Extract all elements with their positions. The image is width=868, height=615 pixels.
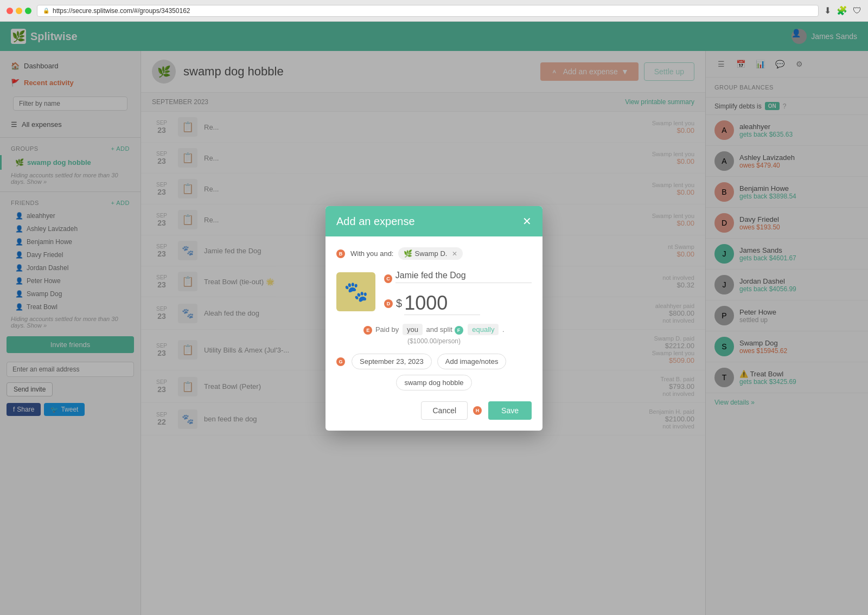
add-expense-modal: Add an expense ✕ B With you and: 🌿 Swamp… <box>326 206 542 431</box>
per-person-amount: ($1000.00/person) <box>336 337 532 345</box>
lock-icon: 🔒 <box>43 8 49 14</box>
expense-inputs: C D $ <box>384 268 532 315</box>
add-notes-button[interactable]: Add image/notes <box>437 354 507 369</box>
paid-split-row: E Paid by you and split F equally . ($10… <box>336 324 532 345</box>
expense-description-input[interactable] <box>395 268 532 283</box>
close-icon[interactable] <box>7 8 13 14</box>
url-bar[interactable]: 🔒 https://secure.splitwise.com/#/groups/… <box>37 5 819 17</box>
shield-icon[interactable]: 🛡 <box>853 6 861 16</box>
label-d-badge: D <box>384 299 393 308</box>
modal-title: Add an expense <box>336 215 415 228</box>
and-split-label: and split <box>426 325 452 334</box>
browser-bar: 🔒 https://secure.splitwise.com/#/groups/… <box>0 0 868 22</box>
group-tag-name: Swamp D. <box>415 249 448 258</box>
save-button[interactable]: Save <box>488 401 532 420</box>
with-you-row: B With you and: 🌿 Swamp D. ✕ <box>336 247 532 260</box>
group-tag: 🌿 Swamp D. ✕ <box>398 247 463 260</box>
group-tag-icon: 🌿 <box>404 249 412 258</box>
extensions-icon[interactable]: 🧩 <box>837 5 847 16</box>
label-g-badge: G <box>336 357 345 366</box>
cancel-button[interactable]: Cancel <box>421 401 468 420</box>
modal-overlay: Add an expense ✕ B With you and: 🌿 Swamp… <box>0 22 868 615</box>
currency-symbol: $ <box>396 297 402 310</box>
label-h-badge: H <box>473 406 482 415</box>
modal-footer-row: G September 23, 2023 Add image/notes <box>336 354 532 369</box>
modal-header: Add an expense ✕ <box>326 206 542 236</box>
split-equally-button[interactable]: equally <box>468 324 499 335</box>
expense-amount-input[interactable] <box>404 292 480 315</box>
browser-traffic-lights <box>7 8 31 14</box>
with-you-label: With you and: <box>350 249 394 258</box>
expense-emoji: 🐾 <box>344 280 368 303</box>
modal-actions: Cancel H Save <box>336 396 532 420</box>
url-text: https://secure.splitwise.com/#/groups/34… <box>53 7 190 15</box>
label-e-badge: E <box>363 326 372 335</box>
expense-amount-row: D $ <box>384 292 532 315</box>
paid-by-label: Paid by <box>375 325 399 334</box>
modal-body: B With you and: 🌿 Swamp D. ✕ 🐾 C <box>326 236 542 431</box>
maximize-icon[interactable] <box>25 8 31 14</box>
browser-controls: ⬇ 🧩 🛡 <box>824 5 861 16</box>
group-select-button[interactable]: swamp dog hobble <box>396 375 471 390</box>
label-f-badge: F <box>455 326 463 335</box>
modal-close-button[interactable]: ✕ <box>522 215 532 228</box>
period: . <box>502 325 505 334</box>
minimize-icon[interactable] <box>16 8 22 14</box>
expense-form: 🐾 C D $ <box>336 268 532 315</box>
paid-by-button[interactable]: you <box>403 324 423 335</box>
download-icon[interactable]: ⬇ <box>824 5 831 16</box>
expense-emoji-picker[interactable]: 🐾 <box>336 272 375 311</box>
group-tag-remove-button[interactable]: ✕ <box>452 250 457 258</box>
label-c-badge: C <box>384 274 392 283</box>
label-b-badge: B <box>336 249 345 258</box>
date-button[interactable]: September 23, 2023 <box>352 354 432 369</box>
